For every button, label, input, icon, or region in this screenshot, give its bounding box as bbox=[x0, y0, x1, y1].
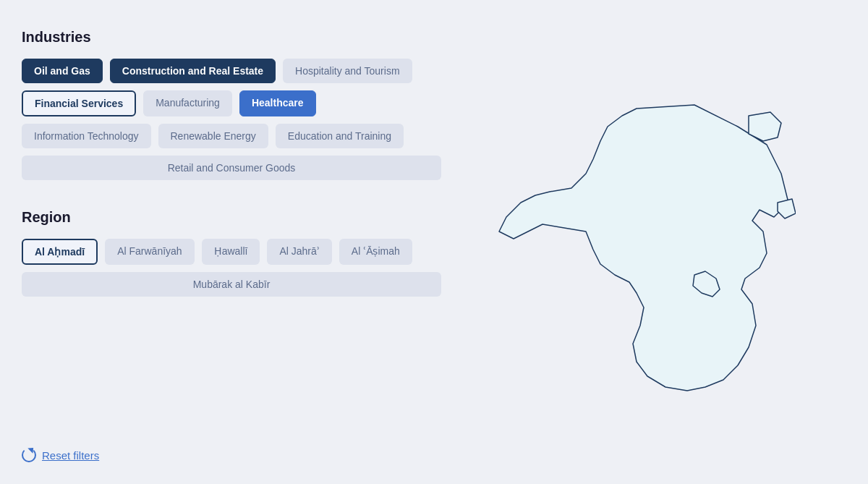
reset-icon bbox=[22, 448, 36, 462]
tag-education[interactable]: Education and Training bbox=[276, 124, 404, 148]
tag-financial[interactable]: Financial Services bbox=[22, 90, 136, 116]
tag-asimah[interactable]: Al ʿĀṣimah bbox=[339, 239, 412, 265]
reset-filters-label: Reset filters bbox=[42, 449, 99, 462]
tag-farwaniyah[interactable]: Al Farwānīyah bbox=[105, 239, 194, 265]
left-panel: Industries Oil and Gas Construction and … bbox=[22, 29, 441, 462]
tag-ahmadi[interactable]: Al Aḥmadī bbox=[22, 239, 98, 265]
tag-hospitality[interactable]: Hospitality and Tourism bbox=[283, 59, 412, 83]
tag-mubarak[interactable]: Mubārak al Kabīr bbox=[22, 272, 441, 297]
map-container bbox=[441, 29, 846, 462]
region-tags-row1: Al Aḥmadī Al Farwānīyah Ḥawallī Al Jahrā… bbox=[22, 239, 441, 265]
main-container: Industries Oil and Gas Construction and … bbox=[0, 0, 868, 484]
industries-tags-row4: Retail and Consumer Goods bbox=[22, 156, 441, 180]
tag-manufacturing[interactable]: Manufacturing bbox=[143, 90, 232, 116]
reset-filters-button[interactable]: Reset filters bbox=[22, 448, 99, 462]
industries-tags-row1: Oil and Gas Construction and Real Estate… bbox=[22, 59, 441, 83]
tag-it[interactable]: Information Technology bbox=[22, 124, 151, 148]
region-title: Region bbox=[22, 209, 441, 226]
tag-healthcare[interactable]: Healthcare bbox=[239, 90, 316, 116]
tag-hawalli[interactable]: Ḥawallī bbox=[202, 239, 260, 265]
tag-construction[interactable]: Construction and Real Estate bbox=[110, 59, 276, 83]
tag-oil-gas[interactable]: Oil and Gas bbox=[22, 59, 103, 83]
region-tags-row2: Mubārak al Kabīr bbox=[22, 272, 441, 297]
region-section: Region Al Aḥmadī Al Farwānīyah Ḥawallī A… bbox=[22, 209, 441, 297]
industries-tags-row2: Financial Services Manufacturing Healthc… bbox=[22, 90, 441, 116]
tag-renewable[interactable]: Renewable Energy bbox=[158, 124, 268, 148]
industries-title: Industries bbox=[22, 29, 441, 46]
tag-jahra[interactable]: Al Jahrāʾ bbox=[267, 239, 331, 265]
tag-retail[interactable]: Retail and Consumer Goods bbox=[22, 156, 441, 180]
industries-tags-row3: Information Technology Renewable Energy … bbox=[22, 124, 441, 148]
kuwait-map bbox=[492, 87, 796, 405]
